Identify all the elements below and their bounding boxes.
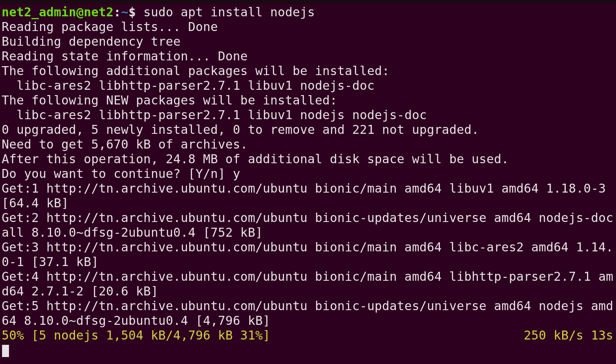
output-line: Need to get 5,670 kB of archives. (2, 137, 248, 151)
command-text: sudo apt install nodejs (143, 5, 315, 19)
output-line: Reading package lists... Done (2, 20, 218, 34)
progress-left: 50% [5 nodejs 1,504 kB/4,796 kB 31%] (2, 328, 270, 342)
window-titlebar (0, 0, 616, 3)
output-line: Do you want to continue? [Y/n] y (2, 166, 240, 181)
output-line: Get:4 http://tn.archive.ubuntu.com/ubunt… (2, 269, 613, 298)
output-line: Get:3 http://tn.archive.ubuntu.com/ubunt… (2, 240, 613, 269)
prompt-host: net2 (84, 5, 114, 19)
prompt-path: ~ (121, 5, 128, 19)
output-line: After this operation, 24.8 MB of additio… (2, 152, 509, 166)
prompt-dollar: $ (128, 5, 136, 19)
cursor (2, 345, 9, 357)
output-line: 0 upgraded, 5 newly installed, 0 to remo… (2, 122, 479, 137)
output-line: Get:2 http://tn.archive.ubuntu.com/ubunt… (2, 211, 616, 240)
prompt-at: @ (76, 5, 84, 19)
output-line: Get:1 http://tn.archive.ubuntu.com/ubunt… (2, 181, 613, 210)
progress-spacer (270, 328, 524, 342)
output-line: Reading state information... Done (2, 49, 248, 63)
output-line: The following additional packages will b… (2, 64, 390, 78)
prompt-colon: : (114, 5, 121, 19)
output-line: libc-ares2 libhttp-parser2.7.1 libuv1 no… (2, 108, 427, 122)
output-line: Get:5 http://tn.archive.ubuntu.com/ubunt… (2, 299, 613, 328)
output-line: Building dependency tree (2, 34, 181, 49)
output-line: The following NEW packages will be insta… (2, 93, 337, 107)
output-line: libc-ares2 libhttp-parser2.7.1 libuv1 no… (2, 78, 375, 93)
prompt-user: net2_admin (2, 5, 76, 19)
progress-right: 250 kB/s 13s (524, 328, 613, 342)
terminal-output[interactable]: net2_admin@net2:~$ sudo apt install node… (0, 3, 616, 359)
